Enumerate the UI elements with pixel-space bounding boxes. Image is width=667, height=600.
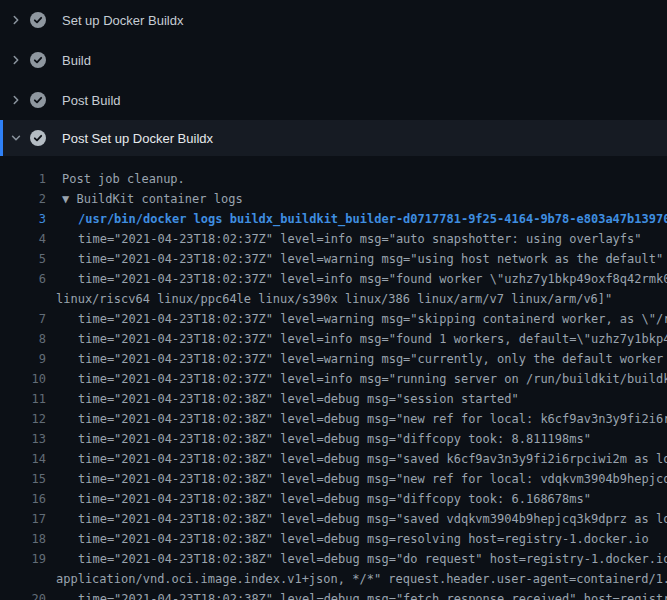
log-line-number[interactable]: 6 — [0, 269, 46, 289]
steps-list: Set up Docker BuildxBuildPost BuildPost … — [0, 0, 667, 156]
log-line-number[interactable]: 2 — [0, 189, 46, 209]
log-row: 4time="2021-04-23T18:02:37Z" level=info … — [0, 229, 667, 249]
check-circle-icon — [30, 52, 46, 68]
log-line-number[interactable]: 20 — [0, 589, 46, 600]
log-line-text: time="2021-04-23T18:02:37Z" level=warnin… — [46, 349, 667, 369]
chevron-down-icon — [10, 132, 22, 144]
chevron-right-icon — [10, 14, 22, 26]
step-row-3[interactable]: Post Set up Docker Buildx — [0, 120, 667, 156]
log-line-text: time="2021-04-23T18:02:38Z" level=debug … — [46, 489, 667, 509]
step-row-2[interactable]: Post Build — [0, 80, 667, 120]
log-line-text: /usr/bin/docker logs buildx_buildkit_bui… — [46, 209, 667, 229]
log-line-text: time="2021-04-23T18:02:38Z" level=debug … — [46, 389, 667, 409]
log-line-number[interactable]: 5 — [0, 249, 46, 269]
log-line-text: time="2021-04-23T18:02:38Z" level=debug … — [46, 509, 667, 529]
log-line-number[interactable]: 16 — [0, 489, 46, 509]
log-line-number[interactable]: 12 — [0, 409, 46, 429]
log-row: 2▼ BuildKit container logs — [0, 189, 667, 209]
log-line-text: time="2021-04-23T18:02:38Z" level=debug … — [46, 409, 667, 429]
log-line-text: time="2021-04-23T18:02:37Z" level=info m… — [46, 369, 667, 389]
log-line-number[interactable]: 4 — [0, 229, 46, 249]
log-area: 1Post job cleanup.2▼ BuildKit container … — [0, 156, 667, 600]
chevron-right-icon — [10, 94, 22, 106]
log-line-number[interactable]: 19 — [0, 549, 46, 569]
log-row: 5time="2021-04-23T18:02:37Z" level=warni… — [0, 249, 667, 269]
log-row: 11time="2021-04-23T18:02:38Z" level=debu… — [0, 389, 667, 409]
log-row: 8time="2021-04-23T18:02:37Z" level=info … — [0, 329, 667, 349]
log-line-number[interactable]: 15 — [0, 469, 46, 489]
log-line-text: time="2021-04-23T18:02:38Z" level=debug … — [46, 589, 667, 600]
log-line-number[interactable]: 1 — [0, 169, 46, 189]
log-row: 19time="2021-04-23T18:02:38Z" level=debu… — [0, 549, 667, 569]
log-line-text: time="2021-04-23T18:02:37Z" level=info m… — [46, 329, 667, 349]
log-line-number[interactable]: 10 — [0, 369, 46, 389]
log-line-text: time="2021-04-23T18:02:37Z" level=warnin… — [46, 309, 667, 329]
log-line-number[interactable]: 8 — [0, 329, 46, 349]
check-circle-icon — [30, 130, 46, 146]
log-line-number[interactable]: 3 — [0, 209, 46, 229]
log-line-text: linux/riscv64 linux/ppc64le linux/s390x … — [46, 289, 667, 309]
log-row: 12time="2021-04-23T18:02:38Z" level=debu… — [0, 409, 667, 429]
log-row: 17time="2021-04-23T18:02:38Z" level=debu… — [0, 509, 667, 529]
log-row: 3/usr/bin/docker logs buildx_buildkit_bu… — [0, 209, 667, 229]
check-circle-icon — [30, 92, 46, 108]
log-line-text: time="2021-04-23T18:02:38Z" level=debug … — [46, 469, 667, 489]
log-line-number[interactable]: 9 — [0, 349, 46, 369]
step-label: Post Build — [62, 93, 121, 108]
step-row-1[interactable]: Build — [0, 40, 667, 80]
log-line-number[interactable]: 7 — [0, 309, 46, 329]
log-row: 7time="2021-04-23T18:02:37Z" level=warni… — [0, 309, 667, 329]
log-line-number[interactable]: 17 — [0, 509, 46, 529]
log-line-text: Post job cleanup. — [46, 169, 667, 189]
log-line-text: time="2021-04-23T18:02:38Z" level=debug … — [46, 449, 667, 469]
log-row: 6time="2021-04-23T18:02:37Z" level=info … — [0, 269, 667, 289]
log-row: 1Post job cleanup. — [0, 169, 667, 189]
log-row: 9time="2021-04-23T18:02:37Z" level=warni… — [0, 349, 667, 369]
log-line-text: time="2021-04-23T18:02:37Z" level=warnin… — [46, 249, 667, 269]
log-row: 20time="2021-04-23T18:02:38Z" level=debu… — [0, 589, 667, 600]
step-label: Build — [62, 53, 91, 68]
log-row: 14time="2021-04-23T18:02:38Z" level=debu… — [0, 449, 667, 469]
log-line-number[interactable]: 18 — [0, 529, 46, 549]
log-row: linux/riscv64 linux/ppc64le linux/s390x … — [0, 289, 667, 309]
log-line-text: time="2021-04-23T18:02:38Z" level=debug … — [46, 529, 667, 549]
log-row: 15time="2021-04-23T18:02:38Z" level=debu… — [0, 469, 667, 489]
log-line-number[interactable]: 13 — [0, 429, 46, 449]
log-group-toggle[interactable]: ▼ BuildKit container logs — [46, 189, 667, 209]
step-label: Set up Docker Buildx — [62, 13, 183, 28]
log-row: 13time="2021-04-23T18:02:38Z" level=debu… — [0, 429, 667, 449]
log-line-text: time="2021-04-23T18:02:37Z" level=info m… — [46, 269, 667, 289]
chevron-right-icon — [10, 54, 22, 66]
check-circle-icon — [30, 12, 46, 28]
log-line-number[interactable]: 14 — [0, 449, 46, 469]
step-label: Post Set up Docker Buildx — [62, 131, 213, 146]
log-line-number[interactable]: 11 — [0, 389, 46, 409]
log-line-text: time="2021-04-23T18:02:38Z" level=debug … — [46, 429, 667, 449]
log-line-text: time="2021-04-23T18:02:38Z" level=debug … — [46, 549, 667, 569]
log-line-number — [0, 289, 46, 309]
log-line-number — [0, 569, 46, 589]
log-row: application/vnd.oci.image.index.v1+json,… — [0, 569, 667, 589]
log-row: 10time="2021-04-23T18:02:37Z" level=info… — [0, 369, 667, 389]
log-line-text: time="2021-04-23T18:02:37Z" level=info m… — [46, 229, 667, 249]
log-row: 16time="2021-04-23T18:02:38Z" level=debu… — [0, 489, 667, 509]
step-row-0[interactable]: Set up Docker Buildx — [0, 0, 667, 40]
log-line-text: application/vnd.oci.image.index.v1+json,… — [46, 569, 667, 589]
log-row: 18time="2021-04-23T18:02:38Z" level=debu… — [0, 529, 667, 549]
